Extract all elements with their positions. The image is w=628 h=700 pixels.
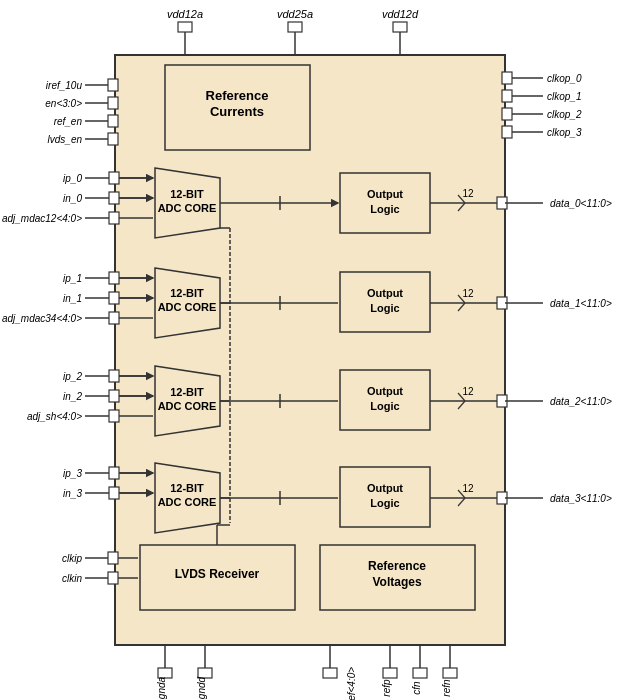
svg-rect-19 (502, 90, 512, 102)
refn-label: refn (441, 679, 452, 697)
svg-rect-49 (109, 272, 119, 284)
ol3-label1: Output (367, 385, 403, 397)
data1-label: data_1<11:0> (550, 298, 612, 309)
svg-rect-55 (109, 312, 119, 324)
in0-label: in_0 (63, 193, 82, 204)
bus12-2-label: 12 (462, 288, 474, 299)
vdd12d-label: vdd12d (382, 8, 419, 20)
ol1-label2: Logic (370, 203, 399, 215)
ol2-label2: Logic (370, 302, 399, 314)
adc1-label1: 12-BIT (170, 188, 204, 200)
svg-rect-104 (323, 668, 337, 678)
svg-rect-33 (109, 172, 119, 184)
adc4-label2: ADC CORE (158, 496, 217, 508)
gnda-label: gnda (156, 676, 167, 699)
iref10u-label: iref_10u (46, 80, 83, 91)
ip1-label: ip_1 (63, 273, 82, 284)
ip2-label: ip_2 (63, 371, 82, 382)
svg-rect-81 (109, 467, 119, 479)
in1-label: in_1 (63, 293, 82, 304)
ol3-label2: Logic (370, 400, 399, 412)
svg-rect-106 (383, 668, 397, 678)
in2-label: in_2 (63, 391, 82, 402)
lvdsen-label: lvds_en (48, 134, 83, 145)
svg-rect-13 (108, 115, 118, 127)
adc3-label2: ADC CORE (158, 400, 217, 412)
ol1-label1: Output (367, 188, 403, 200)
svg-rect-65 (109, 370, 119, 382)
svg-rect-11 (108, 97, 118, 109)
svg-rect-4 (288, 22, 302, 32)
vdd12a-label: vdd12a (167, 8, 203, 20)
lvds-label: LVDS Receiver (175, 567, 260, 581)
clkop3-label: clkop_3 (547, 127, 582, 138)
data0-label: data_0<11:0> (550, 198, 612, 209)
en-label: en<3:0> (45, 98, 82, 109)
svg-rect-84 (109, 487, 119, 499)
gndd-label: gndd (196, 676, 207, 699)
svg-rect-102 (198, 668, 212, 678)
data3-label: data_3<11:0> (550, 493, 612, 504)
bus12-4-label: 12 (462, 483, 474, 494)
svg-rect-21 (502, 108, 512, 120)
refen-label: ref_en (54, 116, 83, 127)
bus12-1-label: 12 (462, 188, 474, 199)
adc1-label2: ADC CORE (158, 202, 217, 214)
svg-rect-68 (109, 390, 119, 402)
reference-currents-label: Reference (206, 88, 269, 103)
adc4-label1: 12-BIT (170, 482, 204, 494)
adc2-label2: ADC CORE (158, 301, 217, 313)
clkop1-label: clkop_1 (547, 91, 581, 102)
svg-rect-94 (108, 552, 118, 564)
in3-label: in_3 (63, 488, 82, 499)
svg-rect-23 (502, 126, 512, 138)
cfn-label: cfn (411, 681, 422, 695)
vdd25a-label: vdd25a (277, 8, 313, 20)
clkin-label: clkin (62, 573, 82, 584)
clkip-label: clkip (62, 553, 82, 564)
svg-rect-2 (178, 22, 192, 32)
adc3-label1: 12-BIT (170, 386, 204, 398)
svg-rect-6 (393, 22, 407, 32)
block-diagram: vdd12a vdd25a vdd12d Reference Currents … (0, 0, 628, 700)
ol4-label2: Logic (370, 497, 399, 509)
adjsh-label: adj_sh<4:0> (27, 411, 82, 422)
svg-rect-39 (109, 212, 119, 224)
refv-label2: Voltages (372, 575, 421, 589)
svg-rect-9 (108, 79, 118, 91)
svg-rect-36 (109, 192, 119, 204)
adjmdac12-label: adj_mdac12<4:0> (2, 213, 82, 224)
reference-currents-label2: Currents (210, 104, 264, 119)
svg-rect-110 (443, 668, 457, 678)
ip3-label: ip_3 (63, 468, 82, 479)
svg-rect-52 (109, 292, 119, 304)
adc2-label1: 12-BIT (170, 287, 204, 299)
data2-label: data_2<11:0> (550, 396, 612, 407)
refv-label1: Reference (368, 559, 426, 573)
svg-rect-71 (109, 410, 119, 422)
svg-rect-15 (108, 133, 118, 145)
clkop2-label: clkop_2 (547, 109, 582, 120)
ip0-label: ip_0 (63, 173, 82, 184)
svg-rect-108 (413, 668, 427, 678)
svg-rect-17 (502, 72, 512, 84)
adjmdac34-label: adj_mdac34<4:0> (2, 313, 82, 324)
refp-label: refp (381, 679, 392, 697)
svg-rect-100 (158, 668, 172, 678)
ol4-label1: Output (367, 482, 403, 494)
clkop0-label: clkop_0 (547, 73, 582, 84)
ol2-label1: Output (367, 287, 403, 299)
adjref-label: adj_ref<4:0> (346, 667, 357, 700)
svg-rect-96 (108, 572, 118, 584)
bus12-3-label: 12 (462, 386, 474, 397)
